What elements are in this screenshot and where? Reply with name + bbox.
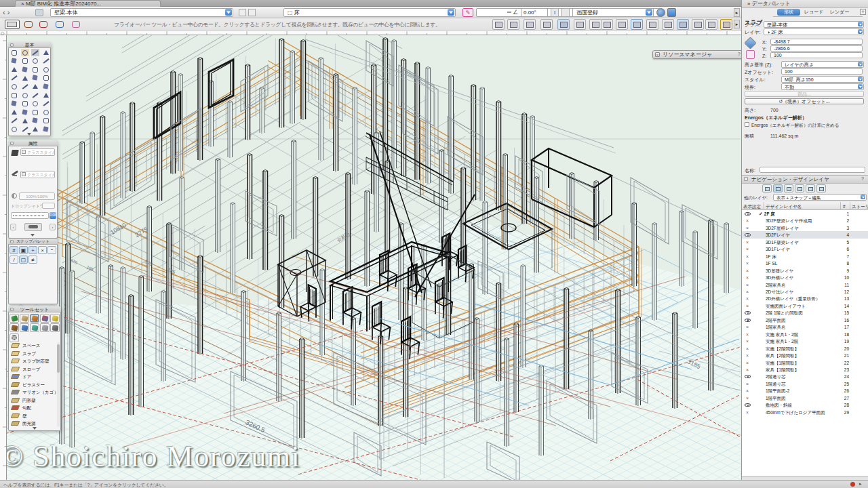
svg-text:370: 370 (70, 258, 79, 265)
svg-text:10810: 10810 (109, 222, 127, 236)
svg-text:185: 185 (86, 264, 95, 272)
